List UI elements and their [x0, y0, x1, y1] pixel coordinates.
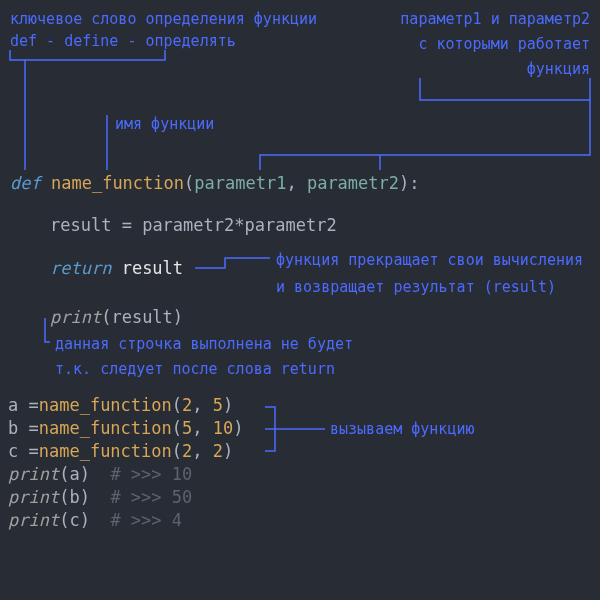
annotation-params-2: с которыми работает [418, 35, 590, 53]
code-print-dead: print(result) [50, 307, 183, 327]
annotation-print-dead-2: т.к. следует после слова return [55, 360, 335, 378]
code-call-c: c =name_function(2, 2) [8, 441, 233, 461]
annotation-def-keyword-1: ключевое слово определения функции [10, 10, 317, 28]
annotation-print-dead-1: данная строчка выполнена не будет [55, 335, 353, 353]
code-return: return result [50, 258, 183, 278]
annotation-params-1: параметр1 и параметр2 [400, 10, 590, 28]
annotation-func-name: имя функции [115, 115, 214, 133]
annotation-return-1: функция прекращает свои вычисления [276, 251, 583, 269]
code-call-b: b =name_function(5, 10) [8, 418, 244, 438]
annotation-params-3: функция [527, 60, 590, 78]
code-result-assign: result = parametr2*parametr2 [50, 215, 337, 235]
code-def-line: def name_function(parametr1, parametr2): [10, 173, 420, 193]
code-print-a: print(a) # >>> 10 [8, 464, 192, 484]
code-call-a: a =name_function(2, 5) [8, 395, 233, 415]
code-print-b: print(b) # >>> 50 [8, 487, 192, 507]
annotation-def-keyword-2: def - define - определять [10, 32, 236, 50]
annotation-return-2: и возвращает результат (result) [276, 278, 556, 296]
annotation-call-func: вызываем функцию [330, 420, 475, 438]
code-print-c: print(c) # >>> 4 [8, 510, 182, 530]
